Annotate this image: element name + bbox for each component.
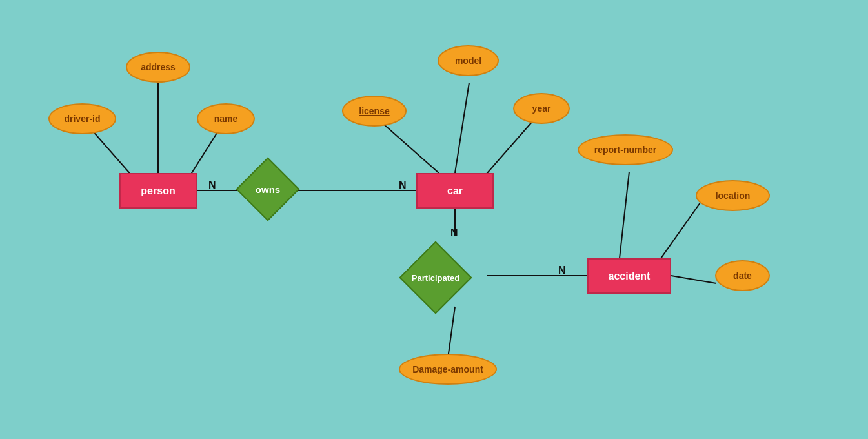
attribute-driver-id-label: driver-id: [64, 114, 100, 124]
attribute-license: license: [342, 96, 407, 127]
attribute-year: year: [513, 93, 570, 124]
cardinality-n3: N: [450, 227, 458, 239]
attribute-location-label: location: [716, 190, 751, 201]
attribute-location: location: [696, 180, 770, 211]
svg-line-5: [378, 119, 439, 173]
cardinality-n2: N: [399, 179, 407, 191]
cardinality-n4: N: [558, 265, 566, 276]
svg-line-6: [455, 83, 469, 173]
entity-accident-label: accident: [609, 271, 651, 282]
attribute-address: address: [126, 52, 190, 83]
attribute-damage-amount-label: Damage-amount: [412, 364, 483, 374]
svg-line-12: [671, 276, 716, 283]
relationship-owns: owns: [245, 167, 290, 212]
attribute-report-number: report-number: [578, 134, 673, 165]
attribute-name-label: name: [214, 114, 238, 124]
entity-person: person: [119, 173, 197, 209]
cardinality-n1: N: [208, 179, 216, 191]
entity-accident: accident: [587, 258, 671, 294]
svg-line-13: [448, 307, 455, 358]
entity-car: car: [416, 173, 494, 209]
relationship-owns-label: owns: [256, 184, 280, 195]
attribute-report-number-label: report-number: [594, 145, 656, 155]
relationship-participated: Participated: [410, 252, 461, 303]
attribute-date: date: [715, 260, 770, 291]
relationship-participated-label: Participated: [412, 273, 459, 283]
attribute-model: model: [438, 45, 499, 76]
entity-car-label: car: [447, 185, 463, 197]
attribute-damage-amount: Damage-amount: [399, 354, 497, 385]
attribute-name: name: [197, 103, 255, 134]
attribute-year-label: year: [532, 103, 551, 114]
svg-line-10: [620, 172, 629, 258]
attribute-address-label: address: [141, 62, 176, 72]
attribute-date-label: date: [733, 271, 752, 281]
attribute-model-label: model: [455, 56, 481, 66]
attribute-driver-id: driver-id: [48, 103, 116, 134]
er-diagram: person car accident owns Participated dr…: [0, 0, 868, 439]
attribute-license-label: license: [359, 106, 389, 116]
entity-person-label: person: [141, 185, 175, 197]
